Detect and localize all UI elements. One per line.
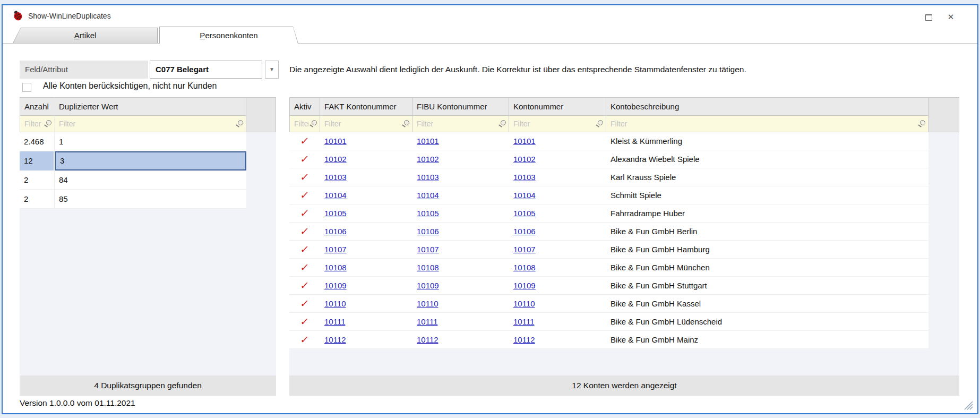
kontonummer-link[interactable]: 10105 bbox=[513, 209, 536, 218]
kontonummer-link[interactable]: 10110 bbox=[513, 299, 535, 308]
active-check-icon: ✓ bbox=[299, 132, 311, 150]
duplizierter-wert-cell[interactable]: 84 bbox=[55, 170, 246, 189]
fakt-kontonummer-link[interactable]: 10105 bbox=[324, 209, 347, 218]
fibu-kontonummer-link[interactable]: 10103 bbox=[417, 173, 439, 182]
anzahl-cell[interactable]: 2 bbox=[20, 190, 55, 208]
search-icon[interactable] bbox=[402, 120, 409, 127]
wert-filter-input[interactable] bbox=[55, 116, 246, 132]
kontonummer-link[interactable]: 10101 bbox=[513, 137, 536, 146]
fakt-kontonummer-link[interactable]: 10107 bbox=[324, 245, 347, 254]
duplizierter-wert-cell[interactable]: 1 bbox=[55, 132, 246, 151]
fibu-kontonummer-link-cell: 10103 bbox=[412, 168, 509, 186]
beschreibung-filter-input[interactable] bbox=[606, 116, 928, 132]
kontonummer-filter-input[interactable] bbox=[509, 116, 606, 132]
search-icon[interactable] bbox=[44, 120, 51, 127]
column-header-fibu-kontonummer[interactable]: FIBU Kontonummer bbox=[412, 97, 509, 116]
fibu-kontonummer-link[interactable]: 10111 bbox=[417, 317, 438, 326]
table-row[interactable]: ✓101111011110111Bike & Fun GmbH Lüdensch… bbox=[289, 313, 929, 331]
kontonummer-link[interactable]: 10103 bbox=[513, 173, 536, 182]
column-header-kontobeschreibung[interactable]: Kontobeschreibung bbox=[606, 97, 929, 116]
duplicates-table-header: Anzahl Duplizierter Wert bbox=[20, 97, 276, 116]
all-accounts-checkbox[interactable] bbox=[22, 83, 31, 92]
table-row[interactable]: ✓101121011210112Bike & Fun GmbH Mainz bbox=[289, 331, 929, 349]
table-row[interactable]: ✓101021010210102Alexandra Wiebelt Spiele bbox=[289, 150, 929, 168]
column-header-kontonummer[interactable]: Kontonummer bbox=[509, 97, 606, 116]
fibu-kontonummer-link-cell: 10108 bbox=[412, 259, 509, 276]
table-row[interactable]: 123 bbox=[20, 151, 246, 170]
fakt-kontonummer-link[interactable]: 10106 bbox=[324, 227, 347, 236]
maximize-icon bbox=[925, 14, 932, 21]
kontonummer-link[interactable]: 10106 bbox=[513, 227, 536, 236]
table-row[interactable]: 284 bbox=[20, 170, 246, 190]
fakt-kontonummer-link[interactable]: 10102 bbox=[324, 155, 347, 164]
search-icon[interactable] bbox=[498, 120, 506, 127]
fibu-kontonummer-link[interactable]: 10108 bbox=[417, 263, 439, 272]
fakt-kontonummer-link[interactable]: 10111 bbox=[324, 317, 346, 326]
table-row[interactable]: 285 bbox=[20, 190, 246, 209]
search-icon[interactable] bbox=[918, 120, 925, 127]
search-icon[interactable] bbox=[596, 120, 603, 127]
field-attribute-combobox[interactable]: C077 Belegart bbox=[150, 61, 262, 79]
table-row[interactable]: ✓101101011010110Bike & Fun GmbH Kassel bbox=[289, 295, 929, 313]
column-header-aktiv[interactable]: Aktiv bbox=[289, 97, 320, 116]
fakt-kontonummer-link[interactable]: 10110 bbox=[324, 299, 346, 308]
fakt-kontonummer-link[interactable]: 10101 bbox=[324, 137, 347, 146]
table-row[interactable]: ✓101011010110101Kleist & Kümmerling bbox=[289, 132, 929, 150]
fakt-kontonummer-link[interactable]: 10109 bbox=[324, 281, 347, 290]
column-header-anzahl[interactable]: Anzahl bbox=[20, 97, 55, 116]
fakt-kontonummer-link[interactable]: 10108 bbox=[324, 263, 347, 272]
column-header-duplizierter-wert[interactable]: Duplizierter Wert bbox=[55, 97, 246, 116]
table-row[interactable]: ✓101071010710107Bike & Fun GmbH Hamburg bbox=[289, 241, 929, 259]
fakt-kontonummer-link[interactable]: 10103 bbox=[324, 173, 347, 182]
fakt-kontonummer-link-cell: 10105 bbox=[320, 204, 412, 222]
chevron-down-icon: ▼ bbox=[269, 66, 274, 72]
fakt-filter-input[interactable] bbox=[320, 116, 412, 132]
kontonummer-link[interactable]: 10109 bbox=[513, 281, 536, 290]
combobox-dropdown-button[interactable]: ▼ bbox=[265, 61, 279, 79]
kontonummer-link[interactable]: 10112 bbox=[513, 335, 535, 344]
fibu-kontonummer-link[interactable]: 10106 bbox=[417, 227, 439, 236]
anzahl-cell[interactable]: 2 bbox=[20, 170, 55, 189]
fibu-filter-input[interactable] bbox=[412, 116, 509, 132]
table-row[interactable]: ✓101051010510105Fahrradrampe Huber bbox=[289, 204, 929, 223]
table-row[interactable]: ✓101061010610106Bike & Fun GmbH Berlin bbox=[289, 223, 929, 241]
fibu-kontonummer-link[interactable]: 10109 bbox=[417, 281, 439, 290]
fibu-kontonummer-link[interactable]: 10102 bbox=[417, 155, 439, 164]
fakt-kontonummer-link[interactable]: 10112 bbox=[324, 335, 346, 344]
anzahl-cell[interactable]: 12 bbox=[20, 151, 55, 170]
column-header-fakt-kontonummer[interactable]: FAKT Kontonummer bbox=[320, 97, 412, 116]
fibu-kontonummer-link[interactable]: 10107 bbox=[417, 245, 439, 254]
fakt-kontonummer-link[interactable]: 10104 bbox=[324, 191, 347, 200]
table-row[interactable]: ✓101081010810108Bike & Fun GmbH München bbox=[289, 259, 929, 277]
active-check-icon: ✓ bbox=[299, 204, 311, 222]
anzahl-cell[interactable]: 2.468 bbox=[20, 132, 55, 151]
search-icon[interactable] bbox=[310, 120, 317, 127]
tab-personenkonten[interactable]: Personenkonten bbox=[159, 27, 298, 44]
fibu-kontonummer-link[interactable]: 10105 bbox=[417, 209, 439, 218]
duplizierter-wert-cell[interactable]: 3 bbox=[55, 151, 246, 170]
kontonummer-link[interactable]: 10108 bbox=[513, 263, 536, 272]
kontonummer-link[interactable]: 10111 bbox=[513, 317, 535, 326]
resize-grip[interactable] bbox=[961, 398, 973, 410]
fakt-kontonummer-link-cell: 10101 bbox=[320, 132, 412, 150]
table-row[interactable]: ✓101091010910109Bike & Fun GmbH Stuttgar… bbox=[289, 277, 929, 295]
kontobeschreibung-cell: Bike & Fun GmbH Lüdenscheid bbox=[606, 313, 929, 330]
fibu-kontonummer-link[interactable]: 10112 bbox=[417, 335, 439, 344]
aktiv-cell: ✓ bbox=[289, 168, 320, 186]
close-button[interactable]: ✕ bbox=[945, 12, 956, 22]
duplizierter-wert-cell[interactable]: 85 bbox=[55, 190, 246, 208]
search-icon[interactable] bbox=[236, 120, 243, 127]
kontonummer-link[interactable]: 10102 bbox=[513, 155, 536, 164]
active-check-icon: ✓ bbox=[299, 241, 311, 258]
table-row[interactable]: 2.4681 bbox=[20, 132, 246, 151]
kontonummer-link-cell: 10111 bbox=[509, 313, 606, 330]
kontonummer-link[interactable]: 10104 bbox=[513, 191, 536, 200]
tab-artikel[interactable]: Artikel bbox=[13, 28, 158, 43]
fibu-kontonummer-link[interactable]: 10110 bbox=[417, 299, 439, 308]
table-row[interactable]: ✓101041010410104Schmitt Spiele bbox=[289, 186, 929, 204]
table-row[interactable]: ✓101031010310103Karl Krauss Spiele bbox=[289, 168, 929, 186]
kontonummer-link[interactable]: 10107 bbox=[513, 245, 536, 254]
fibu-kontonummer-link[interactable]: 10104 bbox=[417, 191, 439, 200]
maximize-button[interactable] bbox=[923, 12, 934, 22]
fibu-kontonummer-link[interactable]: 10101 bbox=[417, 137, 439, 146]
